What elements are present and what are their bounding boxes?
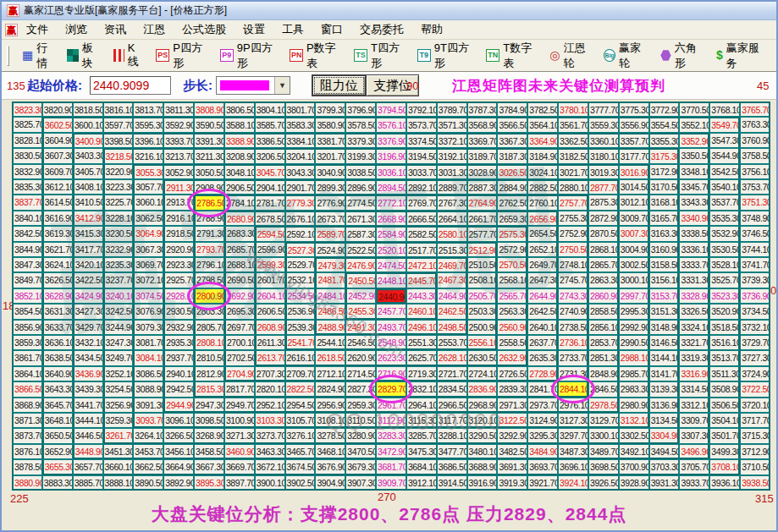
toolbar-item-T数字表[interactable]: TNT数字表	[480, 37, 543, 74]
gann-cell: 2829.70	[376, 381, 406, 397]
gann-cell: 3710.50	[740, 459, 770, 474]
gann-cell: 3460.90	[224, 444, 255, 459]
gann-cell: 3081.70	[133, 335, 163, 350]
gann-cell: 3708.10	[709, 459, 740, 474]
gann-cell: 3936.10	[709, 475, 740, 491]
gann-cell: 3463.30	[255, 444, 285, 459]
gann-cell: 2870.50	[588, 226, 619, 241]
gann-cell: 3321.70	[679, 335, 709, 350]
gann-cell: 3796.90	[345, 101, 376, 117]
gann-cell: 2932.90	[163, 320, 194, 335]
gann-cell: 2464.90	[437, 288, 467, 304]
toolbar-item-赢家轮[interactable]: Big赢家轮	[598, 37, 654, 74]
gann-cell: 2956.90	[315, 398, 345, 413]
gann-cell: 3823.30	[12, 101, 42, 117]
toolbar-item-六角形[interactable]: 六角形	[654, 37, 710, 74]
gann-cell: 2906.50	[224, 179, 255, 195]
gann-cell: 3206.50	[255, 148, 285, 163]
toolbar-item-江恩轮[interactable]: ◎江恩轮	[543, 37, 598, 74]
toolbar-grip[interactable]	[7, 46, 9, 66]
gann-cell: 2899.30	[315, 179, 345, 195]
gann-cell: 2635.30	[527, 350, 558, 365]
gann-cell: 3931.30	[649, 475, 680, 491]
gann-cell: 2788.90	[194, 211, 224, 226]
gann-cell: 2460.10	[406, 304, 437, 319]
gann-cell: 2918.50	[163, 226, 194, 241]
gann-cell: 3396.10	[133, 133, 163, 148]
gann-cell: 2582.50	[406, 226, 437, 241]
gann-cell: 2779.30	[285, 195, 316, 210]
gann-cell: 3225.70	[103, 195, 134, 210]
gann-cell: 3664.90	[163, 459, 194, 474]
gann-cell: 3477.70	[437, 444, 467, 459]
gann-cell: 2601.70	[255, 272, 285, 288]
p-table-icon: PN	[290, 49, 303, 62]
gann-cell: 2443.30	[406, 288, 437, 304]
gann-cell: 3688.90	[467, 459, 498, 474]
start-price-input[interactable]	[90, 76, 171, 95]
gann-cell: 2558.50	[497, 335, 527, 350]
gann-cell: 2688.10	[224, 257, 255, 272]
gann-cell: 3600.10	[73, 117, 103, 132]
gann-cell: 3302.50	[619, 428, 649, 443]
toolbar-item-label: 赢家轮	[619, 41, 648, 71]
gann-cell: 2529.70	[285, 257, 316, 272]
gann-cell: 3667.30	[194, 459, 224, 474]
gann-cell: 3175.30	[649, 148, 680, 163]
gann-cell: 3732.10	[740, 320, 770, 335]
gann-cell: 2476.90	[345, 257, 376, 272]
gann-cell: 3007.30	[619, 226, 649, 241]
gann-cell: 2474.50	[376, 257, 406, 272]
gann-cell: 3684.10	[406, 459, 437, 474]
gann-cell: 2702.50	[224, 350, 255, 365]
toolbar-item-P四方形[interactable]: PSP四方形	[150, 37, 214, 74]
gann-cell: 3657.70	[73, 459, 103, 474]
toolbar-item-赢家服务[interactable]: $赢家服务	[710, 37, 771, 74]
gann-cell: 3333.70	[679, 257, 709, 272]
gann-cell: 3120.10	[467, 413, 498, 428]
gann-cell: 3139.30	[649, 381, 680, 397]
toolbar-item-T四方形[interactable]: TST四方形	[348, 37, 411, 74]
gann-cell: 3748.90	[740, 211, 770, 226]
toolbar-item-K线[interactable]: K线	[108, 38, 150, 73]
gann-cell: 3412.90	[73, 211, 103, 226]
chevron-down-icon[interactable]: ▼	[274, 77, 290, 94]
key-levels-summary: 大盘关键位分析：支撑2800、2786点 压力2829、2844点	[2, 502, 776, 526]
gann-cell: 3398.50	[103, 133, 134, 148]
gann-cell: 3919.30	[497, 475, 527, 491]
gann-cell: 2671.30	[345, 211, 376, 226]
gann-cell: 2772.10	[376, 195, 406, 210]
step-color-dropdown[interactable]: ▼	[216, 76, 290, 95]
gann-cell: 2880.10	[558, 179, 588, 195]
gann-cell: 2959.30	[345, 398, 376, 413]
toolbar-item-9P四方形[interactable]: P99P四方形	[214, 37, 284, 74]
gann-cell: 2841.70	[527, 381, 558, 397]
gann-cell: 2712.10	[315, 366, 345, 381]
gann-cell: 3410.50	[73, 195, 103, 210]
gann-cell: 2613.70	[255, 350, 285, 365]
toolbar-item-P数字表[interactable]: PNP数字表	[284, 37, 348, 74]
gann-cell: 2952.10	[255, 398, 285, 413]
toolbar-item-板块[interactable]: 板块	[61, 37, 108, 74]
gann-cell: 3168.10	[649, 195, 680, 210]
gann-cell: 3165.70	[649, 211, 680, 226]
toolbar-item-行情[interactable]: ▦行情	[16, 37, 61, 74]
gann-cell: 2810.50	[194, 350, 224, 365]
gann-cell: 3578.50	[345, 117, 376, 132]
resistance-button[interactable]: 阻力位	[312, 74, 367, 96]
gann-cell: 3038.50	[345, 164, 376, 179]
toolbar-item-9T四方形[interactable]: T99T四方形	[411, 37, 480, 74]
gann-cell: 2781.70	[255, 195, 285, 210]
gann-cell: 2750.50	[558, 242, 588, 257]
gann-cell: 3760.90	[740, 133, 770, 148]
gann-cell: 3852.10	[12, 288, 42, 304]
gann-cell: 3376.90	[376, 133, 406, 148]
title-bar: 赢 赢家江恩专业版[赢家服务平台] - [价格正方形]	[2, 2, 776, 20]
gann-cell: 3744.10	[740, 242, 770, 257]
gann-cell: 3304.90	[649, 428, 680, 443]
gann-cell: 3415.30	[73, 226, 103, 241]
gann-cell: 2469.70	[437, 257, 467, 272]
gann-cell: 2904.10	[255, 179, 285, 195]
gann-cell: 3482.50	[497, 444, 527, 459]
gann-cell: 3295.30	[527, 428, 558, 443]
